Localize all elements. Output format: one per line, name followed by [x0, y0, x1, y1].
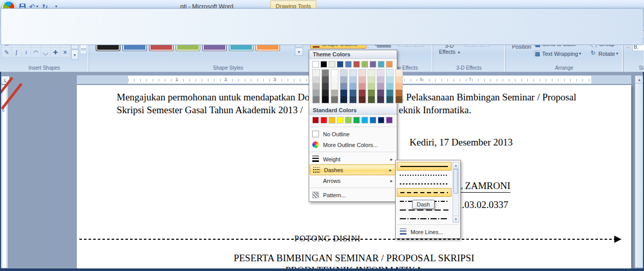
theme-shade-1-1[interactable] — [322, 76, 329, 83]
theme-shade-9-4[interactable] — [396, 96, 402, 103]
theme-color-7[interactable] — [370, 61, 376, 68]
theme-shade-9-2[interactable] — [396, 83, 402, 90]
theme-shade-3-1[interactable] — [340, 76, 347, 83]
theme-shade-0-4[interactable] — [313, 96, 319, 103]
theme-color-6[interactable] — [361, 61, 368, 68]
menu-item-weight[interactable]: Weight▸ — [309, 154, 397, 164]
dash-list-scrollbar[interactable]: ▲ ▼ — [453, 162, 459, 223]
theme-shade-3-0[interactable] — [340, 70, 347, 76]
shape-16-icon[interactable]: ≀ — [21, 47, 31, 57]
theme-shade-7-4[interactable] — [377, 96, 384, 103]
theme-shade-6-4[interactable] — [368, 96, 375, 103]
theme-color-2[interactable] — [329, 61, 335, 68]
theme-shade-9-0[interactable] — [396, 70, 402, 76]
theme-shade-4-4[interactable] — [350, 96, 356, 103]
theme-shade-7-0[interactable] — [377, 70, 384, 76]
theme-shade-5-0[interactable] — [359, 70, 366, 76]
theme-color-8[interactable] — [378, 61, 384, 68]
standard-color-5[interactable] — [353, 117, 360, 123]
theme-color-4[interactable] — [345, 61, 352, 68]
theme-shade-0-3[interactable] — [313, 90, 319, 96]
standard-color-7[interactable] — [370, 117, 376, 123]
menu-item-pattern[interactable]: Pattern... — [309, 190, 397, 200]
theme-shade-4-3[interactable] — [350, 90, 356, 96]
theme-shade-1-3[interactable] — [322, 90, 329, 96]
theme-shade-2-0[interactable] — [331, 70, 338, 76]
scrollbar-thumb[interactable] — [454, 169, 458, 194]
theme-shade-0-2[interactable] — [313, 83, 319, 90]
menu-item-no-outline[interactable]: No Outline — [309, 129, 397, 139]
arrange-rotate-button[interactable]: Rotate▾ — [590, 49, 621, 58]
standard-color-4[interactable] — [345, 117, 352, 123]
shape-17-icon[interactable]: ◠ — [31, 47, 41, 57]
vertical-ruler[interactable]: 6 — [1, 85, 8, 268]
theme-shade-2-3[interactable] — [331, 90, 338, 96]
theme-shade-1-4[interactable] — [322, 96, 329, 103]
dash-style-square-dot[interactable] — [397, 179, 452, 188]
theme-shade-8-3[interactable] — [387, 90, 393, 96]
theme-shade-0-0[interactable] — [313, 70, 319, 76]
dash-style-round-dot[interactable] — [397, 171, 452, 179]
theme-shade-7-2[interactable] — [377, 83, 384, 90]
standard-color-1[interactable] — [320, 117, 327, 123]
theme-shade-6-2[interactable] — [368, 83, 375, 90]
tab-stop-selector[interactable]: L — [1, 76, 10, 85]
theme-shade-2-4[interactable] — [331, 96, 338, 103]
theme-shade-2-1[interactable] — [331, 76, 338, 83]
shape-15-icon[interactable]: ∫ — [11, 47, 22, 57]
theme-shade-6-0[interactable] — [368, 70, 375, 76]
theme-color-5[interactable] — [353, 61, 360, 68]
theme-shade-5-1[interactable] — [359, 76, 366, 83]
standard-color-6[interactable] — [361, 117, 368, 123]
theme-shade-3-2[interactable] — [340, 83, 347, 90]
theme-shade-8-0[interactable] — [387, 70, 393, 76]
standard-color-0[interactable] — [312, 117, 319, 123]
menu-item-dashes[interactable]: Dashes▸ — [310, 164, 396, 175]
theme-shade-1-0[interactable] — [322, 70, 329, 76]
menu-item-arrows[interactable]: Arrows▸ — [309, 175, 397, 186]
styles-more-icon[interactable]: ▼ — [295, 48, 303, 56]
menu-item-more-outline-colors[interactable]: More Outline Colors... — [309, 139, 397, 150]
theme-color-9[interactable] — [386, 61, 393, 68]
theme-shade-3-4[interactable] — [340, 96, 347, 103]
theme-shade-9-1[interactable] — [396, 76, 402, 83]
scroll-up-icon[interactable]: ▲ — [635, 76, 643, 84]
scrollbar-thumb[interactable] — [1, 8, 643, 45]
standard-color-2[interactable] — [329, 117, 335, 123]
standard-color-9[interactable] — [386, 117, 393, 123]
theme-shade-8-4[interactable] — [387, 96, 393, 103]
theme-shade-6-1[interactable] — [368, 76, 375, 83]
theme-shade-4-2[interactable] — [350, 83, 356, 90]
theme-shade-4-0[interactable] — [350, 70, 356, 76]
theme-shade-4-1[interactable] — [350, 76, 356, 83]
theme-color-1[interactable] — [320, 61, 327, 68]
shape-19-icon[interactable]: ✚ — [50, 47, 60, 57]
theme-shade-3-3[interactable] — [340, 90, 347, 96]
shape-14-icon[interactable]: ✎ — [2, 47, 12, 57]
theme-shade-8-2[interactable] — [387, 83, 393, 90]
theme-shade-7-1[interactable] — [377, 76, 384, 83]
theme-shade-5-4[interactable] — [359, 96, 366, 103]
theme-color-0[interactable] — [312, 61, 319, 68]
theme-shade-5-3[interactable] — [359, 90, 366, 96]
more-lines-item[interactable]: More Lines... — [397, 226, 459, 237]
shape-20-icon[interactable]: ✕ — [60, 47, 70, 57]
dash-style-dash[interactable] — [397, 188, 452, 197]
scroll-down-icon[interactable]: ▼ — [453, 216, 459, 222]
shape-18-icon[interactable]: ◡ — [40, 47, 51, 57]
theme-shade-2-2[interactable] — [331, 83, 338, 90]
dash-style-long-dash-dot[interactable] — [397, 214, 452, 223]
arrange-text-wrapping-button[interactable]: Text Wrapping▾ — [534, 49, 594, 58]
theme-shade-5-2[interactable] — [359, 83, 366, 90]
standard-color-8[interactable] — [378, 117, 384, 123]
standard-color-3[interactable] — [337, 117, 344, 123]
gallery-more-icon[interactable]: ▼ — [71, 50, 78, 60]
theme-shade-6-3[interactable] — [368, 90, 375, 96]
theme-shade-9-3[interactable] — [396, 90, 402, 96]
theme-shade-0-1[interactable] — [313, 76, 319, 83]
dash-style-solid[interactable] — [397, 162, 452, 171]
theme-color-3[interactable] — [337, 61, 344, 68]
scroll-up-icon[interactable]: ▲ — [453, 162, 459, 169]
theme-shade-1-2[interactable] — [322, 83, 329, 90]
theme-shade-7-3[interactable] — [377, 90, 384, 96]
